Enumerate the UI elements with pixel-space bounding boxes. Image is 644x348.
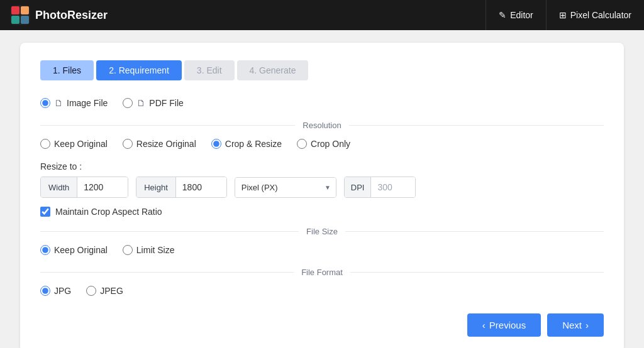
svg-rect-2 — [21, 6, 29, 14]
app-header: PhotoResizer ✎ Editor ⊞ Pixel Calculator — [0, 0, 644, 30]
file-type-group: 🗋 Image File 🗋 PDF File — [40, 98, 604, 108]
grid-icon: ⊞ — [559, 10, 567, 20]
next-button[interactable]: Next › — [547, 313, 604, 337]
editor-nav-item[interactable]: ✎ Editor — [486, 0, 546, 30]
unit-select-inner: Pixel (PX) Percent (%) CM MM Inch ▼ — [235, 178, 336, 197]
pixel-calculator-nav-item[interactable]: ⊞ Pixel Calculator — [546, 0, 644, 30]
header-nav: ✎ Editor ⊞ Pixel Calculator — [486, 0, 644, 30]
step-requirement[interactable]: 2. Requirement — [96, 60, 182, 80]
resize-label: Resize to : — [40, 161, 604, 171]
file-size-group: Keep Original Limit Size — [40, 245, 604, 255]
file-size-section-label: File Size — [299, 227, 345, 236]
logo-area: PhotoResizer — [10, 5, 108, 25]
pdf-file-icon: 🗋 — [136, 98, 145, 108]
jpeg-option[interactable]: JPEG — [86, 286, 123, 296]
keep-original-size-label: Keep Original — [54, 245, 108, 255]
editor-nav-label: Editor — [510, 10, 533, 20]
file-format-group: JPG JPEG — [40, 286, 604, 296]
card: 1. Files 2. Requirement 3. Edit 4. Gener… — [20, 43, 624, 348]
jpg-option[interactable]: JPG — [40, 286, 71, 296]
file-format-section-label: File Format — [294, 268, 350, 277]
file-size-divider: File Size — [40, 227, 604, 236]
crop-resize-label: Crop & Resize — [225, 139, 282, 149]
image-file-label: Image File — [67, 98, 108, 108]
svg-rect-3 — [11, 16, 19, 24]
chevron-right-icon: › — [586, 320, 589, 330]
svg-rect-1 — [11, 6, 19, 14]
maintain-aspect-label: Maintain Crop Aspect Ratio — [55, 207, 162, 217]
pixel-calculator-nav-label: Pixel Calculator — [570, 10, 631, 20]
width-input-group: Width — [40, 177, 128, 198]
resize-original-label: Resize Original — [136, 139, 196, 149]
previous-label: Previous — [489, 320, 526, 330]
divider-line-left — [40, 125, 295, 126]
steps-bar: 1. Files 2. Requirement 3. Edit 4. Gener… — [40, 60, 604, 80]
jpg-label: JPG — [54, 286, 71, 296]
jpeg-label: JPEG — [100, 286, 123, 296]
edit-icon: ✎ — [499, 10, 506, 20]
resize-inputs: Width Height Pixel (PX) Percent (%) CM M… — [40, 177, 604, 198]
divider-line-right — [349, 125, 604, 126]
file-size-divider-right — [345, 231, 604, 232]
width-input[interactable] — [77, 177, 128, 197]
unit-select-wrapper: Pixel (PX) Percent (%) CM MM Inch ▼ — [235, 177, 336, 198]
step-files[interactable]: 1. Files — [40, 60, 94, 80]
resize-original-option[interactable]: Resize Original — [123, 139, 196, 149]
step-generate: 4. Generate — [237, 60, 309, 80]
limit-size-label: Limit Size — [136, 245, 175, 255]
resolution-divider: Resolution — [40, 121, 604, 130]
keep-original-size-option[interactable]: Keep Original — [40, 245, 108, 255]
image-file-option[interactable]: 🗋 Image File — [40, 98, 108, 108]
next-label: Next — [562, 320, 582, 330]
file-format-divider-right — [350, 272, 604, 273]
footer-buttons: ‹ Previous Next › — [40, 313, 604, 337]
limit-size-option[interactable]: Limit Size — [123, 245, 175, 255]
resolution-section-label: Resolution — [295, 121, 348, 130]
logo-icon — [10, 5, 30, 25]
width-label: Width — [41, 177, 77, 197]
resolution-group: Keep Original Resize Original Crop & Res… — [40, 139, 604, 149]
dpi-label: DPI — [345, 177, 372, 197]
pdf-file-label: PDF File — [149, 98, 183, 108]
crop-only-option[interactable]: Crop Only — [297, 139, 350, 149]
chevron-left-icon: ‹ — [482, 320, 486, 330]
dpi-input — [371, 177, 415, 197]
keep-original-option[interactable]: Keep Original — [40, 139, 108, 149]
step-edit: 3. Edit — [184, 60, 235, 80]
crop-only-label: Crop Only — [311, 139, 350, 149]
height-input-group: Height — [136, 177, 227, 198]
file-format-divider: File Format — [40, 268, 604, 277]
file-format-divider-left — [40, 272, 294, 273]
maintain-aspect-input[interactable] — [40, 207, 50, 217]
maintain-aspect-checkbox[interactable]: Maintain Crop Aspect Ratio — [40, 207, 604, 217]
height-input[interactable] — [176, 177, 226, 197]
height-label: Height — [136, 177, 176, 197]
previous-button[interactable]: ‹ Previous — [467, 313, 541, 337]
main-content: 1. Files 2. Requirement 3. Edit 4. Gener… — [0, 30, 644, 348]
app-name: PhotoResizer — [35, 9, 108, 22]
image-file-icon: 🗋 — [54, 98, 63, 108]
keep-original-label: Keep Original — [54, 139, 108, 149]
pdf-file-option[interactable]: 🗋 PDF File — [123, 98, 183, 108]
file-size-divider-left — [40, 231, 299, 232]
svg-rect-4 — [21, 16, 29, 24]
dpi-group: DPI — [344, 177, 416, 198]
crop-resize-option[interactable]: Crop & Resize — [211, 139, 282, 149]
unit-select[interactable]: Pixel (PX) Percent (%) CM MM Inch — [235, 178, 336, 197]
